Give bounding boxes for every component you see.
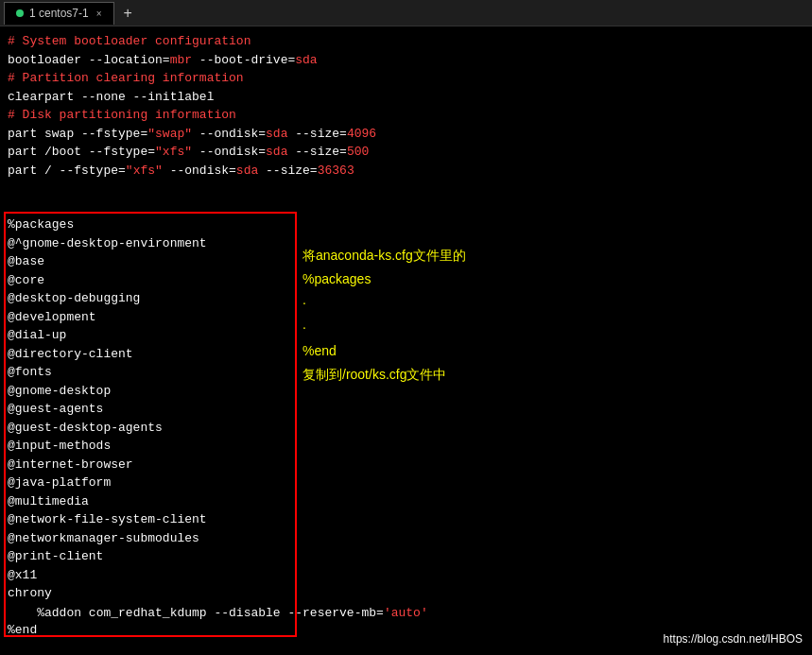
pkg-line-17: @networkmanager-submodules [8,529,207,548]
pkg-line-9: @gnome-desktop [8,382,207,401]
pkg-line-8: @fonts [8,363,207,382]
annotation: 将anaconda-ks.cfg文件里的 %packages · · %end … [302,244,466,387]
packages-section: %packages @^gnome-desktop-environment @b… [8,215,207,640]
pkg-line-4: @desktop-debugging [8,289,207,308]
titlebar: 1 centos7-1 × + [0,0,812,26]
annotation-line2: %packages [302,267,466,291]
annotation-line6: 复制到/root/ks.cfg文件中 [302,363,466,387]
pkg-line-5: @development [8,308,207,327]
annotation-line3: · [302,291,466,315]
pkg-line-14: @java-platform [8,474,207,492]
watermark: https://blog.csdn.net/lHBOS [664,632,803,646]
pkg-line-16: @network-file-system-client [8,510,207,529]
pkg-line-6: @dial-up [8,326,207,345]
annotation-line4: · [302,316,466,339]
pkg-line-12: @input-methods [8,437,207,456]
line-6: part swap --fstype="swap" --ondisk=sda -… [8,125,804,144]
pkg-line-15: @multimedia [8,492,207,511]
addon-text: %addon com_redhat_kdump --disable --rese… [37,606,384,620]
pkg-line-0: %packages [8,215,207,234]
annotation-line1: 将anaconda-ks.cfg文件里的 [302,244,466,267]
addon-string: 'auto' [384,606,428,620]
tab-label: 1 centos7-1 [29,7,89,20]
pkg-line-2: @base [8,252,207,271]
tab-close-button[interactable]: × [96,9,102,19]
new-tab-button[interactable]: + [116,5,140,22]
pkg-line-10: @guest-agents [8,400,207,419]
line-7: part /boot --fstype="xfs" --ondisk=sda -… [8,143,804,162]
pkg-line-13: @internet-browser [8,456,207,474]
line-5: # Disk partitioning information [8,106,804,125]
addon-line: %addon com_redhat_kdump --disable --rese… [8,592,428,634]
pkg-line-18: @print-client [8,547,207,566]
pkg-line-7: @directory-client [8,345,207,364]
line-3: # Partition clearing information [8,69,804,88]
pkg-line-19: @x11 [8,566,207,585]
line-1: # System bootloader configuration [8,32,804,51]
pkg-line-3: @core [8,271,207,290]
annotation-line5: %end [302,339,466,363]
terminal-content: # System bootloader configuration bootlo… [0,26,812,655]
line-blank [8,180,804,198]
tab-centos7[interactable]: 1 centos7-1 × [4,2,114,25]
tab-status-dot [16,9,24,17]
pkg-line-1: @^gnome-desktop-environment [8,234,207,253]
line-2: bootloader --location=mbr --boot-drive=s… [8,51,804,70]
line-8: part / --fstype="xfs" --ondisk=sda --siz… [8,162,804,181]
pkg-line-11: @guest-desktop-agents [8,419,207,438]
line-4: clearpart --none --initlabel [8,88,804,107]
